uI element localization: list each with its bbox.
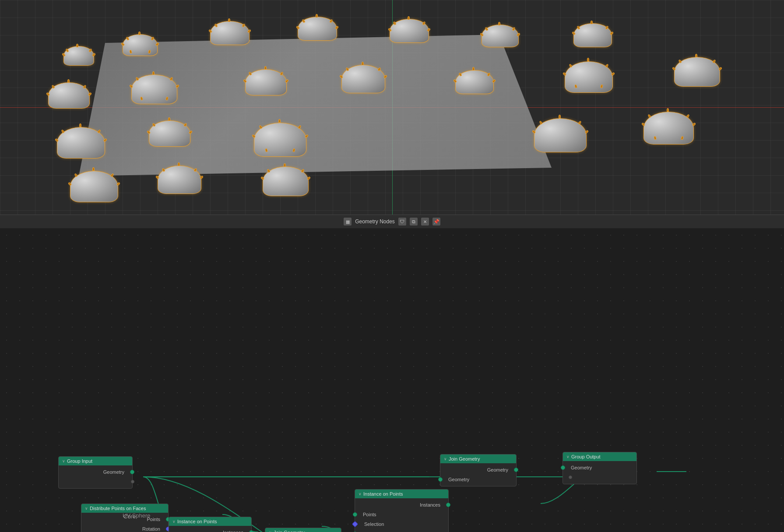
dome-object	[70, 162, 123, 204]
iop1-output-instances: Instances	[169, 528, 251, 532]
join-geo-1-header: ∨ Join Geometry	[265, 528, 341, 532]
dome-object	[123, 26, 164, 57]
editor-toolbar: ▦ Geometry Nodes 🛡 ⧉ ✕ 📌	[0, 215, 784, 229]
group-output-node[interactable]: ∨ Group Output Geometry	[563, 452, 637, 484]
dome-object	[57, 118, 109, 160]
output-extra-socket[interactable]	[131, 480, 134, 483]
editor-type-icon[interactable]: ▦	[344, 218, 352, 225]
instance-on-points-node-2[interactable]: ∨ Instance on Points Instances Points Se…	[355, 489, 449, 532]
iop2-points-in-socket[interactable]	[353, 512, 357, 517]
core-text: Core	[123, 513, 136, 520]
dome-object	[390, 11, 433, 44]
dome-object	[534, 109, 591, 153]
dome-object	[158, 158, 206, 195]
group-input-header: ∨ Group Input	[59, 457, 132, 465]
iop1-header: ∨ Instance on Points	[169, 517, 251, 526]
dome-object	[674, 48, 724, 88]
shield-icon[interactable]: 🛡	[398, 218, 406, 225]
dome-object	[48, 74, 94, 109]
distribute-points-1-header: ∨ Distribute Points on Faces	[81, 504, 168, 513]
dp1-output-rotation: Rotation	[81, 524, 168, 532]
editor-label: Geometry Nodes	[355, 218, 395, 225]
dome-object	[263, 158, 313, 197]
group-output-header: ∨ Group Output	[563, 452, 636, 461]
iop2-header: ∨ Instance on Points	[355, 490, 448, 498]
iop2-input-selection: Selection	[355, 519, 448, 529]
join-geometry-node-1[interactable]: ∨ Join Geometry Geometry Geometry	[265, 528, 341, 532]
iop2-input-instance: Instance	[355, 529, 448, 532]
copy-icon[interactable]: ⧉	[410, 218, 418, 225]
close-icon[interactable]: ✕	[421, 218, 429, 225]
dome-object	[482, 18, 523, 48]
node-editor[interactable]: ∨ Group Input Geometry ∨ Distribute Poin…	[0, 229, 784, 532]
jg2-input-geo: Geometry	[440, 475, 516, 484]
iop2-output-instances: Instances	[355, 500, 448, 510]
dome-object	[63, 39, 101, 68]
jg2-geo-out-socket[interactable]	[514, 468, 518, 472]
pin-icon[interactable]: 📌	[432, 218, 440, 225]
output-geometry-socket[interactable]	[130, 470, 134, 474]
join-geo-2-header: ∨ Join Geometry	[440, 454, 516, 463]
iop2-instances-socket[interactable]	[446, 503, 450, 507]
dome-object	[254, 114, 311, 158]
iop2-input-points: Points	[355, 510, 448, 519]
iop1-instances-socket[interactable]	[249, 530, 253, 532]
dome-object	[455, 61, 499, 95]
jg2-geo-in-socket[interactable]	[438, 477, 443, 482]
output-geometry-row: Geometry	[59, 467, 132, 477]
go-extra-socket[interactable]	[569, 476, 572, 479]
viewport-3d[interactable]	[0, 0, 784, 215]
go-input-geo: Geometry	[563, 463, 636, 472]
dome-object	[573, 15, 617, 48]
instance-on-points-node-1[interactable]: ∨ Instance on Points Instances Points In…	[169, 517, 252, 532]
go-input-extra	[563, 472, 636, 482]
dome-object	[565, 53, 617, 94]
dome-object	[149, 112, 195, 148]
dome-object	[210, 13, 254, 46]
jg2-output-geo: Geometry	[440, 465, 516, 475]
dome-object	[643, 103, 698, 146]
go-geo-in-socket[interactable]	[561, 465, 565, 470]
join-geometry-node-2[interactable]: ∨ Join Geometry Geometry Geometry	[440, 454, 517, 486]
dome-object	[341, 57, 390, 94]
dome-object	[245, 61, 291, 96]
group-input-node[interactable]: ∨ Group Input Geometry	[58, 456, 133, 489]
dome-object	[131, 66, 182, 105]
output-extra-row	[59, 477, 132, 486]
dome-object	[298, 9, 341, 42]
